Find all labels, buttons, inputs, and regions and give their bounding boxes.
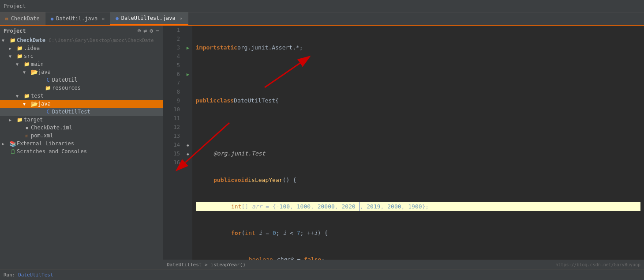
tree-item-java-test[interactable]: ▼ 📂 java xyxy=(0,100,163,108)
folder-icon-target: 📁 xyxy=(16,117,24,123)
tree-item-java-main[interactable]: ▼ 📂 java xyxy=(0,68,163,76)
arrow-icon-extlib: ▶ xyxy=(2,141,9,146)
project-label: Project xyxy=(4,3,26,9)
folder-icon-resources: 📁 xyxy=(44,85,52,91)
run-value: DateUtilTest xyxy=(18,272,53,278)
code-line-8: for (int i = 0; i < 7; ++i) { xyxy=(196,229,640,238)
tree-label-idea: .idea xyxy=(24,45,40,51)
arrow-icon-java-test: ▼ xyxy=(23,102,30,106)
folder-icon-idea: 📁 xyxy=(16,45,24,51)
folder-icon: 📁 xyxy=(9,37,17,43)
class-icon-dateutiltest: C xyxy=(44,109,52,115)
code-line-4 xyxy=(196,123,640,132)
status-breadcrumb: DateUtilTest > isLeapYear() xyxy=(167,262,555,268)
bookmark-icon-15[interactable]: ◆ xyxy=(187,151,189,156)
tree-item-main[interactable]: ▼ 📁 main xyxy=(0,60,163,68)
folder-icon-test: 📁 xyxy=(23,93,31,99)
status-right: https://blog.csdn.net/GaryBuyuop xyxy=(555,262,640,267)
arrow-icon-target: ▶ xyxy=(9,117,16,122)
tree-item-checkdate-iml[interactable]: ▪ CheckDate.iml xyxy=(0,124,163,132)
code-area[interactable]: import static org.junit.Assert.*; public… xyxy=(192,26,644,260)
tab-dateutiljava[interactable]: ● DateUtil.java ✕ xyxy=(45,12,111,25)
tree-item-dateutiltest[interactable]: C DateUtilTest xyxy=(0,108,163,116)
code-line-1: import static org.junit.Assert.*; xyxy=(196,43,640,52)
editor-content[interactable]: 1 2 3 4 5 6 7 8 9 10 11 12 13 14 15 16 xyxy=(163,26,644,260)
tree-label-pom: pom.xml xyxy=(31,132,53,139)
tree-label-java-test: java xyxy=(38,101,51,107)
tab-checkdate[interactable]: m CheckDate xyxy=(0,12,45,25)
tree-item-idea[interactable]: ▶ 📁 .idea xyxy=(0,44,163,52)
iml-icon: ▪ xyxy=(23,125,31,131)
tree-label-main: main xyxy=(31,61,44,67)
editor-wrapper: 1 2 3 4 5 6 7 8 9 10 11 12 13 14 15 16 xyxy=(163,26,644,269)
tree-label-java-main: java xyxy=(38,69,51,75)
tree-item-external-libs[interactable]: ▶ 📚 External Libraries xyxy=(0,140,163,148)
tab-checkdate-label: CheckDate xyxy=(11,15,40,22)
folder-java-icon: 📂 xyxy=(30,69,38,75)
plus-icon[interactable]: ⊕ xyxy=(138,27,141,34)
arrow-icon-main: ▼ xyxy=(16,62,23,67)
tab-dateutiltestjava[interactable]: ● DateUtilTest.java ✕ xyxy=(110,12,188,25)
minus-icon[interactable]: − xyxy=(156,27,159,34)
folder-icon-main: 📁 xyxy=(23,61,31,67)
tree-item-target[interactable]: ▶ 📁 target xyxy=(0,116,163,124)
bottom-bar: Run: DateUtilTest xyxy=(0,269,644,280)
code-line-5: @org.junit.Test xyxy=(196,149,640,158)
tab-active-class-icon: ● xyxy=(116,15,119,21)
tree-label-dateutiltest: DateUtilTest xyxy=(52,109,90,115)
tree-label-target: target xyxy=(24,117,43,123)
gear-icon[interactable]: ⚙ xyxy=(150,27,153,34)
run-label: Run: xyxy=(4,272,15,278)
code-line-2 xyxy=(196,70,640,79)
tree-item-resources[interactable]: 📁 resources xyxy=(0,84,163,92)
tree-label-src: src xyxy=(24,53,34,59)
tree-label-test: test xyxy=(31,93,44,99)
arrow-icon-idea: ▶ xyxy=(9,46,16,51)
code-line-3: public class DateUtilTest { xyxy=(196,96,640,105)
class-icon-dateutil: C xyxy=(44,77,52,83)
title-bar: Project xyxy=(0,0,644,12)
status-bar: DateUtilTest > isLeapYear() https://blog… xyxy=(163,260,644,269)
arrow-icon-java-main: ▼ xyxy=(23,70,30,75)
scratch-icon: 🗒 xyxy=(9,148,17,155)
tab-active-close-icon[interactable]: ✕ xyxy=(180,16,183,21)
code-line-7: int[] arr = {-100, 1000, 20000, 2020 , 2… xyxy=(196,202,640,211)
tree-item-scratches[interactable]: 🗒 Scratches and Consoles xyxy=(0,148,163,155)
code-line-9: boolean check = false; xyxy=(196,255,640,260)
tree-label-extlib: External Libraries xyxy=(17,140,74,147)
tree-item-checkdate-root[interactable]: ▼ 📁 CheckDate C:\Users\Gary\Desktop\mooc… xyxy=(0,36,163,44)
tree-item-pom[interactable]: m pom.xml xyxy=(0,132,163,140)
tab-bar: m CheckDate ● DateUtil.java ✕ ● DateUtil… xyxy=(0,12,644,26)
tree-item-test[interactable]: ▼ 📁 test xyxy=(0,92,163,100)
run-icon-3[interactable]: ▶ xyxy=(187,45,190,51)
run-icon-6[interactable]: ▶ xyxy=(187,72,190,77)
tree-label-scratches: Scratches and Consoles xyxy=(17,148,87,155)
tree-label-dateutil: DateUtil xyxy=(52,77,78,83)
arrow-icon-test: ▼ xyxy=(16,94,23,98)
line-numbers: 1 2 3 4 5 6 7 8 9 10 11 12 13 14 15 16 xyxy=(163,26,183,260)
sidebar: Project ⊕ ⇄ ⚙ − ▼ 📁 CheckDate C:\Users\G… xyxy=(0,26,163,269)
tree-label-iml: CheckDate.iml xyxy=(31,125,72,131)
main-content: Project ⊕ ⇄ ⚙ − ▼ 📁 CheckDate C:\Users\G… xyxy=(0,26,644,269)
tab-class-icon: ● xyxy=(51,16,54,22)
arrow-icon-src: ▼ xyxy=(9,54,16,59)
folder-orange-icon: 📂 xyxy=(30,101,38,107)
sidebar-header-icons: ⊕ ⇄ ⚙ − xyxy=(138,27,159,34)
editor-area: 1 2 3 4 5 6 7 8 9 10 11 12 13 14 15 16 xyxy=(163,26,644,260)
tree-item-src[interactable]: ▼ 📁 src xyxy=(0,52,163,60)
code-line-6: public void isLeapYear() { xyxy=(196,176,640,185)
tree-label-resources: resources xyxy=(52,85,81,91)
sidebar-title: Project xyxy=(4,28,26,34)
sidebar-header: Project ⊕ ⇄ ⚙ − xyxy=(0,26,163,36)
extlib-icon: 📚 xyxy=(9,140,17,147)
arrow-icon: ▼ xyxy=(2,38,9,43)
tab-dateutiltestjava-label: DateUtilTest.java xyxy=(121,15,176,21)
tree-label-checkdate: CheckDate C:\Users\Gary\Desktop\mooc\Che… xyxy=(17,37,154,43)
tab-close-icon[interactable]: ✕ xyxy=(102,16,105,21)
sync-icon[interactable]: ⇄ xyxy=(144,27,147,34)
tree-item-dateutil[interactable]: C DateUtil xyxy=(0,76,163,84)
tab-dateutiljava-label: DateUtil.java xyxy=(56,15,97,22)
folder-icon-src: 📁 xyxy=(16,53,24,59)
bookmark-icon-14[interactable]: ◆ xyxy=(187,143,189,148)
tab-m-icon: m xyxy=(5,16,8,22)
